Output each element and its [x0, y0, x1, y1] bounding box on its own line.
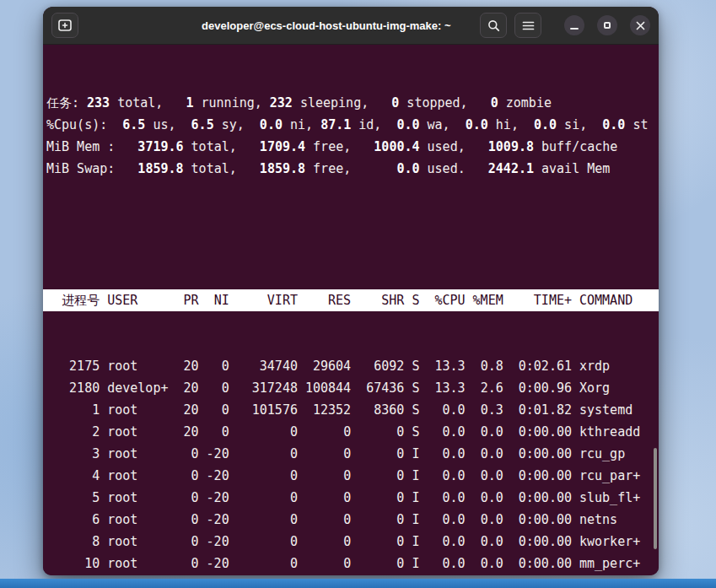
cell: 0.0: [466, 575, 503, 575]
cell: 29604: [298, 355, 351, 377]
cell: 0: [229, 487, 298, 509]
cell: 0.0: [419, 575, 465, 575]
cell: 0:00.00: [503, 531, 572, 553]
cell: 0.0: [419, 421, 465, 443]
cell: -20: [199, 443, 229, 465]
cell: 0.0: [466, 443, 503, 465]
cell: -20: [199, 509, 229, 531]
process-row: 5root0-20000I0.00.00:00.00slub_fl+: [46, 487, 655, 509]
cell: 0: [298, 575, 351, 575]
cell: -20: [199, 465, 229, 487]
cell: -20: [199, 553, 229, 575]
cell: 0:00.00: [503, 575, 572, 575]
process-row: 11root200000S0.00.00:00.00rcu_tas+: [46, 575, 655, 575]
cell: 0:00.00: [503, 553, 572, 575]
cell: 13.3: [419, 355, 465, 377]
cell: 0: [168, 487, 198, 509]
window-title: developer@ecs-cloud-host-ubuntu-img-make…: [202, 19, 450, 32]
new-tab-button[interactable]: [51, 13, 78, 38]
cell: 0: [298, 531, 351, 553]
terminal-content[interactable]: 任务: 233 total, 1 running, 232 sleeping, …: [43, 45, 659, 575]
process-row: 3root0-20000I0.00.00:00.00rcu_gp: [46, 443, 655, 465]
minimize-icon: [570, 28, 579, 30]
cell: 0: [168, 465, 198, 487]
cell: 0: [199, 575, 229, 575]
process-table-header: 进程号USERPRNIVIRTRESSHRS%CPU%MEMTIME+COMMA…: [46, 289, 655, 311]
cell: 0:00.00: [503, 421, 572, 443]
close-button[interactable]: [630, 15, 650, 35]
cell: rcu_par+: [572, 465, 655, 487]
cell: 2: [46, 421, 100, 443]
cell: 0: [168, 531, 198, 553]
cell: 6092: [351, 355, 404, 377]
column-header: VIRT: [229, 289, 298, 311]
cell: -20: [199, 531, 229, 553]
minimize-button[interactable]: [564, 15, 584, 35]
process-row: 6root0-20000I0.00.00:00.00netns: [46, 509, 655, 531]
cell: 20: [168, 399, 198, 421]
cell: rcu_tas+: [572, 575, 655, 575]
maximize-button[interactable]: [597, 15, 617, 35]
cell: 0: [298, 553, 351, 575]
cell: root: [100, 531, 168, 553]
cell: 0: [199, 377, 229, 399]
cell: 0: [229, 531, 298, 553]
cell: 67436: [351, 377, 404, 399]
blank-line: [46, 224, 655, 245]
process-row: 2180develop+20031724810084467436S13.32.6…: [46, 377, 655, 399]
cell: I: [404, 443, 419, 465]
cell: rcu_gp: [572, 443, 655, 465]
search-button[interactable]: [480, 13, 507, 38]
cell: 0: [351, 509, 404, 531]
cell: develop+: [100, 377, 168, 399]
column-header: NI: [199, 289, 229, 311]
cell: 2175: [46, 355, 100, 377]
summary-line: 任务: 233 total, 1 running, 232 sleeping, …: [46, 92, 655, 114]
cell: root: [100, 421, 168, 443]
cell: slub_fl+: [572, 487, 655, 509]
summary-line: MiB Swap: 1859.8 total, 1859.8 free, 0.0…: [46, 158, 655, 180]
cell: 0: [168, 553, 198, 575]
cell: 0:00.96: [503, 377, 572, 399]
cell: 0: [229, 509, 298, 531]
column-header: %MEM: [466, 289, 503, 311]
cell: mm_perc+: [572, 553, 655, 575]
cell: Xorg: [572, 377, 655, 399]
cell: 0: [199, 399, 229, 421]
cell: 0: [298, 465, 351, 487]
cell: root: [100, 487, 168, 509]
cell: 0: [351, 575, 404, 575]
cell: 20: [168, 377, 198, 399]
cell: 0:02.61: [503, 355, 572, 377]
cell: root: [100, 575, 168, 575]
cell: 4: [46, 465, 100, 487]
titlebar[interactable]: developer@ecs-cloud-host-ubuntu-img-make…: [43, 7, 659, 45]
cell: -20: [199, 487, 229, 509]
cell: 0: [229, 575, 298, 575]
scrollbar-thumb[interactable]: [654, 448, 657, 549]
summary-line: MiB Mem : 3719.6 total, 1709.4 free, 100…: [46, 136, 655, 158]
cell: 0: [351, 487, 404, 509]
cell: I: [404, 531, 419, 553]
cell: 0:00.00: [503, 487, 572, 509]
cell: 12352: [298, 399, 351, 421]
process-row: 1root200101576123528360S0.00.30:01.82sys…: [46, 399, 655, 421]
cell: 0.0: [419, 487, 465, 509]
cell: 10: [46, 553, 100, 575]
cell: 0.0: [419, 399, 465, 421]
process-header-row: 进程号USERPRNIVIRTRESSHRS%CPU%MEMTIME+COMMA…: [43, 289, 659, 311]
new-tab-icon: [58, 19, 72, 31]
cell: 0.0: [466, 553, 503, 575]
menu-button[interactable]: [514, 13, 541, 38]
cell: 0: [229, 421, 298, 443]
cell: 13.3: [419, 377, 465, 399]
cell: 0: [351, 465, 404, 487]
cell: S: [404, 377, 419, 399]
column-header: %CPU: [419, 289, 465, 311]
cell: S: [404, 421, 419, 443]
cell: S: [404, 575, 419, 575]
cell: 0.0: [466, 465, 503, 487]
cell: 0.0: [466, 421, 503, 443]
process-row: 10root0-20000I0.00.00:00.00mm_perc+: [46, 553, 655, 575]
cell: 0: [351, 553, 404, 575]
